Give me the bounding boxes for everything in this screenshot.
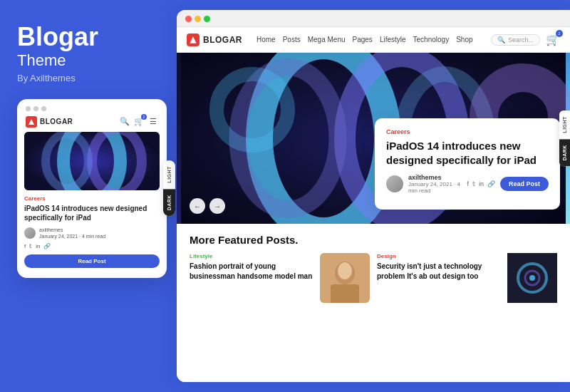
featured-section-title: More Featured Posts.	[190, 234, 557, 246]
cart-badge: 2	[141, 114, 147, 120]
next-arrow[interactable]: →	[209, 198, 225, 214]
hero-twitter-icon[interactable]: 𝕥	[472, 180, 475, 187]
linkedin-icon[interactable]: in	[36, 243, 40, 249]
nav-technology[interactable]: Technology	[413, 36, 450, 43]
browser-chrome	[177, 10, 570, 27]
featured-card-2: Design Security isn't just a technology …	[377, 253, 557, 303]
brand-by: By Axilthemes	[17, 73, 76, 83]
site-navbar: BLOGAR Home Posts Mega Menu Pages Lifest…	[177, 27, 570, 53]
hero-author-name: axilthemes	[408, 174, 462, 181]
mobile-author-name: axilthemes	[39, 227, 105, 233]
featured-card-1-title: Fashion portrait of young businessman ha…	[190, 262, 314, 281]
site-logo-icon	[187, 33, 200, 46]
hero-card-category: Careers	[386, 128, 549, 135]
menu-icon[interactable]: ☰	[148, 117, 158, 127]
link-icon[interactable]: 🔗	[43, 243, 51, 249]
search-icon: 🔍	[497, 36, 505, 43]
mobile-author-avatar	[24, 227, 36, 239]
featured-card-1-category: Lifestyle	[190, 253, 314, 259]
hero-author-avatar	[386, 175, 403, 192]
nav-posts[interactable]: Posts	[283, 36, 301, 43]
site-nav-links: Home Posts Mega Menu Pages Lifestyle Tec…	[256, 36, 482, 43]
browser-dots	[185, 16, 210, 22]
hero-card-author-row: axilthemes January 24, 2021 · 4 min read…	[386, 174, 549, 194]
mobile-read-button[interactable]: Read Post	[24, 254, 160, 268]
hero-link-icon[interactable]: 🔗	[487, 180, 495, 187]
hero-card-title: iPadOS 14 introduces new designed specif…	[386, 139, 549, 167]
nav-lifestyle[interactable]: Lifestyle	[380, 36, 406, 43]
featured-card-1: Lifestyle Fashion portrait of young busi…	[190, 253, 370, 303]
mobile-mockup: BLOGAR 🔍 🛒 2 ☰	[17, 99, 167, 278]
mobile-nav-icons: 🔍 🛒 2 ☰	[120, 117, 158, 127]
svg-rect-15	[331, 284, 359, 303]
brand-subtitle: Theme	[17, 51, 66, 70]
hero-nav-arrows: ← →	[190, 198, 225, 214]
svg-point-20	[529, 275, 535, 281]
featured-card-2-category: Design	[377, 253, 502, 259]
desktop-mockup: BLOGAR Home Posts Mega Menu Pages Lifest…	[177, 10, 570, 382]
mobile-window-dots	[24, 106, 160, 111]
browser-minimize-dot[interactable]	[195, 16, 201, 22]
hero-card: Careers iPadOS 14 introduces new designe…	[375, 118, 560, 210]
mobile-author-row: axilthemes January 24, 2021 · 4 min read	[24, 227, 160, 239]
mobile-post-category: Careers	[24, 195, 160, 202]
hero-social-icons: f 𝕥 in 🔗	[467, 180, 495, 187]
nav-mega-menu[interactable]: Mega Menu	[308, 36, 346, 43]
featured-card-2-image	[507, 253, 557, 303]
site-logo-text: BLOGAR	[203, 35, 242, 45]
dark-mode-toggle[interactable]: DARK	[163, 189, 175, 216]
mobile-author-meta: January 24, 2021 · 4 min read	[39, 233, 105, 239]
mobile-hero-image	[24, 132, 160, 190]
mobile-logo: BLOGAR	[26, 116, 73, 128]
hero-facebook-icon[interactable]: f	[467, 180, 469, 187]
mobile-navbar: BLOGAR 🔍 🛒 2 ☰	[24, 116, 160, 128]
mobile-logo-text: BLOGAR	[40, 118, 73, 125]
hero-read-button[interactable]: Read Post	[500, 177, 549, 191]
light-mode-toggle[interactable]: LIGHT	[163, 160, 175, 189]
featured-card-2-text: Design Security isn't just a technology …	[377, 253, 502, 281]
featured-section: More Featured Posts. Lifestyle Fashion p…	[177, 224, 570, 382]
nav-pages[interactable]: Pages	[353, 36, 373, 43]
featured-card-1-image	[320, 253, 370, 303]
mobile-post-title: iPadOS 14 introduces new designed specif…	[24, 204, 160, 222]
search-icon[interactable]: 🔍	[120, 117, 130, 127]
left-panel: Blogar Theme By Axilthemes BLOGAR 🔍 🛒 2 …	[0, 0, 177, 392]
mobile-logo-icon	[26, 116, 37, 128]
browser-maximize-dot[interactable]	[204, 16, 210, 22]
svg-marker-5	[190, 36, 196, 43]
facebook-icon[interactable]: f	[24, 243, 26, 249]
hero-linkedin-icon[interactable]: in	[479, 180, 484, 187]
search-placeholder: Search...	[508, 36, 534, 43]
hero-author-meta: January 24, 2021 · 4 min read	[408, 181, 462, 194]
cart-icon-wrap[interactable]: 🛒 2	[546, 33, 560, 46]
hero-author-info: axilthemes January 24, 2021 · 4 min read	[408, 174, 462, 194]
twitter-icon[interactable]: 𝕥	[29, 243, 32, 249]
mobile-author-info: axilthemes January 24, 2021 · 4 min read	[39, 227, 105, 239]
site-logo: BLOGAR	[187, 33, 242, 46]
site-light-dark-toggle: LIGHT DARK	[559, 110, 570, 166]
svg-marker-0	[28, 119, 34, 125]
nav-home[interactable]: Home	[256, 36, 276, 43]
featured-grid: Lifestyle Fashion portrait of young busi…	[190, 253, 557, 303]
site-hero: ← → Careers iPadOS 14 introduces new des…	[177, 53, 570, 224]
cart-icon[interactable]: 🛒 2	[134, 117, 144, 127]
featured-card-1-text: Lifestyle Fashion portrait of young busi…	[190, 253, 314, 281]
nav-shop[interactable]: Shop	[456, 36, 472, 43]
featured-card-2-title: Security isn't just a technology problem…	[377, 262, 502, 281]
svg-point-16	[338, 262, 352, 279]
site-nav-right: 🔍 Search... 🛒 2	[491, 33, 560, 46]
site-light-toggle[interactable]: LIGHT	[559, 110, 570, 139]
mobile-light-dark-toggle: LIGHT DARK	[163, 160, 175, 216]
search-box[interactable]: 🔍 Search...	[491, 34, 540, 46]
browser-close-dot[interactable]	[185, 16, 192, 22]
site-dark-toggle[interactable]: DARK	[559, 139, 570, 166]
brand-title: Blogar	[17, 23, 98, 51]
mobile-social-icons: f 𝕥 in 🔗	[24, 243, 160, 249]
cart-badge: 2	[556, 30, 563, 37]
prev-arrow[interactable]: ←	[190, 198, 205, 214]
